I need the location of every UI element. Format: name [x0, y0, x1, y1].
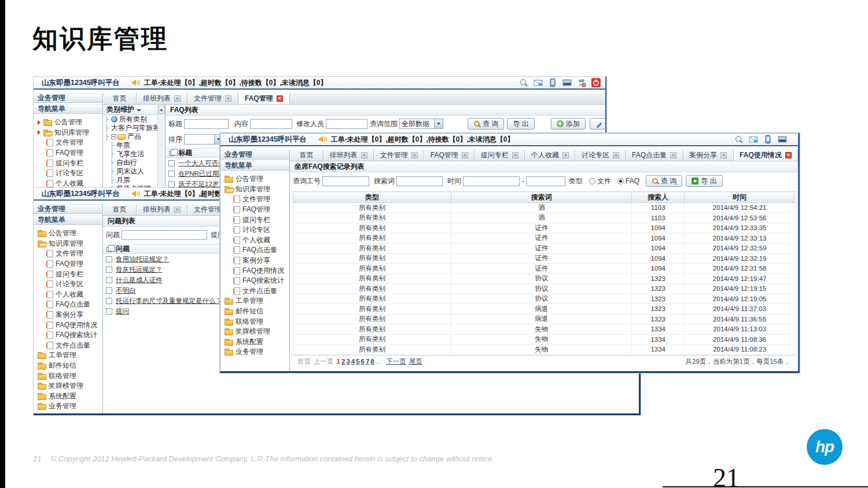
sidebar-item[interactable]: FAQ搜索统计 — [34, 330, 102, 341]
export-button[interactable]: 导 出 — [507, 118, 534, 130]
tab[interactable]: 案例分享 × — [683, 150, 734, 161]
tab-close-icon[interactable]: × — [613, 152, 619, 158]
table-row[interactable]: 所有类别 证件 1094 2014/4/9 12:33:13 — [293, 233, 795, 243]
term-input[interactable] — [396, 176, 443, 186]
tab[interactable]: 文件管理 × — [374, 150, 424, 161]
column-header-user[interactable]: 搜索人 — [632, 192, 685, 203]
sidebar-item[interactable]: 案例分享 — [34, 310, 102, 320]
table-row[interactable]: 所有类别 酒 1103 2014/4/9 12:54:21 — [293, 203, 795, 213]
tree-item[interactable]: ├ 大客户与常旅客 — [103, 124, 157, 132]
table-row[interactable]: 所有类别 失物 1334 2014/4/9 11:08:23 — [293, 345, 795, 355]
table-row[interactable]: 所有类别 病退 1323 2014/4/9 11:37:03 — [293, 304, 795, 315]
tree-item[interactable]: ├ 飞享生活 — [103, 150, 157, 158]
question-link[interactable]: 托运行李的尺寸及重量规定是什么？ — [116, 297, 222, 305]
sidebar-header[interactable]: 业务管理 — [220, 150, 289, 160]
tab-close-icon[interactable]: × — [174, 206, 181, 213]
sidebar-item[interactable]: 邮件短信 — [220, 306, 289, 317]
sidebar-item[interactable]: 提问专栏 — [220, 215, 289, 225]
mail-icon[interactable] — [749, 135, 758, 144]
tree-header[interactable]: 类别维护 — [103, 105, 157, 115]
card-icon[interactable] — [778, 135, 787, 144]
sidebar-item[interactable]: 提问专栏 — [34, 269, 102, 279]
sidebar-item[interactable]: 知识库管理 — [34, 239, 102, 249]
sidebar-header[interactable]: 导航菜单 — [34, 104, 102, 114]
sidebar-header[interactable]: 导航菜单 — [34, 215, 102, 225]
tab-close-icon[interactable]: × — [174, 95, 181, 102]
sidebar-item[interactable]: FAQ搜索统计 — [220, 276, 289, 286]
phone-icon[interactable] — [548, 78, 557, 87]
search-button[interactable]: 查 询 — [646, 175, 682, 187]
sidebar-item[interactable]: 讨论专区 — [34, 279, 102, 290]
tab[interactable]: 讨论专区 × — [575, 150, 626, 161]
checkbox[interactable] — [106, 308, 112, 315]
add-button[interactable]: 添加 — [551, 118, 586, 130]
radio-faq[interactable] — [617, 178, 624, 184]
question-link[interactable]: 不明白 — [116, 286, 136, 295]
column-header-type[interactable]: 类型 — [293, 192, 451, 203]
tab[interactable]: 排班列表 × — [323, 150, 374, 161]
scroll-up-icon[interactable] — [159, 106, 165, 114]
tree-item[interactable]: ├ 所有类别 — [103, 115, 157, 124]
sidebar-header[interactable]: 业务管理 — [34, 93, 102, 103]
tree-item[interactable]: ├ 月票 — [103, 176, 157, 184]
table-row[interactable]: 所有类别 证件 1094 2014/4/9 12:33:35 — [293, 223, 795, 234]
checkbox[interactable] — [168, 160, 175, 167]
tab-close-icon[interactable]: × — [462, 152, 468, 158]
sidebar-item[interactable]: 业务管理 — [34, 401, 102, 412]
table-row[interactable]: 所有类别 协议 1323 2014/4/9 12:19:05 — [293, 294, 795, 304]
sidebar-item[interactable]: 个人收藏 — [34, 179, 102, 189]
sidebar-item[interactable]: FAQ管理 — [34, 259, 102, 269]
column-header-time[interactable]: 时间 — [685, 192, 795, 203]
agent-input[interactable] — [322, 176, 369, 186]
tab-close-icon[interactable]: × — [720, 152, 727, 158]
table-row[interactable]: 所有类别 失物 1334 2014/4/9 11:13:03 — [293, 324, 795, 335]
tab[interactable]: 首页 × — [290, 150, 323, 161]
sidebar-item[interactable]: FAQ点击量 — [34, 300, 102, 310]
sidebar-item[interactable]: 系统配置 — [34, 391, 102, 402]
question-link[interactable]: 骨灰托运规定？ — [116, 265, 163, 274]
tab[interactable]: 提问专栏 × — [475, 150, 525, 161]
question-input[interactable] — [122, 230, 207, 240]
page-next[interactable]: 下一页 — [386, 357, 406, 366]
sidebar-item[interactable]: 业务管理 — [220, 347, 289, 357]
sidebar-header[interactable]: 业务管理 — [34, 204, 102, 214]
search-icon[interactable] — [734, 135, 744, 144]
users-icon[interactable] — [792, 135, 793, 144]
checkbox[interactable] — [106, 287, 112, 294]
page-link[interactable]: 7 — [366, 358, 369, 365]
sidebar-item[interactable]: 邮件短信 — [34, 361, 102, 371]
table-row[interactable]: 所有类别 病退 1323 2014/4/9 11:36:55 — [293, 314, 795, 324]
search-icon[interactable] — [519, 78, 528, 87]
tab[interactable]: FAQ管理 × — [238, 93, 290, 104]
time-from-input[interactable] — [463, 176, 520, 186]
page-link[interactable]: 5 — [356, 358, 359, 365]
sidebar-item[interactable]: FAQ管理 — [220, 205, 289, 215]
table-row[interactable]: 所有类别 证件 1094 2014/4/9 12:32:59 — [293, 243, 795, 254]
phone-icon[interactable] — [763, 135, 773, 144]
page-link[interactable]: 1 — [337, 358, 340, 365]
edit-button[interactable]: 修改 — [590, 118, 606, 130]
sidebar-item[interactable]: 奖牌榜管理 — [34, 381, 102, 391]
page-link[interactable]: 3 — [346, 358, 350, 365]
radio-file[interactable] — [589, 178, 595, 184]
sidebar-item[interactable]: 文件管理 — [34, 249, 102, 259]
export-button[interactable]: 导 出 — [686, 175, 722, 187]
title-input[interactable] — [184, 119, 229, 129]
page-link[interactable]: … — [376, 358, 382, 365]
mail-icon[interactable] — [534, 78, 543, 87]
tab-close-icon[interactable]: × — [512, 152, 518, 158]
tab[interactable]: 文件管理 × — [187, 93, 238, 104]
sidebar-item[interactable]: 个人收藏 — [220, 235, 289, 246]
table-row[interactable]: 所有类别 协议 1323 2014/4/9 12:19:47 — [293, 273, 795, 284]
tab-close-icon[interactable]: × — [670, 152, 676, 158]
tab[interactable]: 排班列表 × — [137, 93, 187, 104]
table-row[interactable]: 所有类别 证件 1094 2014/4/9 12:32:19 — [293, 253, 795, 264]
page-link[interactable]: 6 — [361, 358, 365, 365]
tab[interactable]: 首页 × — [103, 93, 137, 104]
page-link[interactable]: 2 — [341, 358, 345, 365]
checkbox[interactable] — [106, 256, 112, 263]
checkbox[interactable] — [168, 171, 175, 177]
sidebar-item[interactable]: FAQ管理 — [34, 148, 102, 158]
sidebar-item[interactable]: 文件点击量 — [220, 286, 289, 297]
sidebar-item[interactable]: 讨论专区 — [34, 168, 102, 179]
